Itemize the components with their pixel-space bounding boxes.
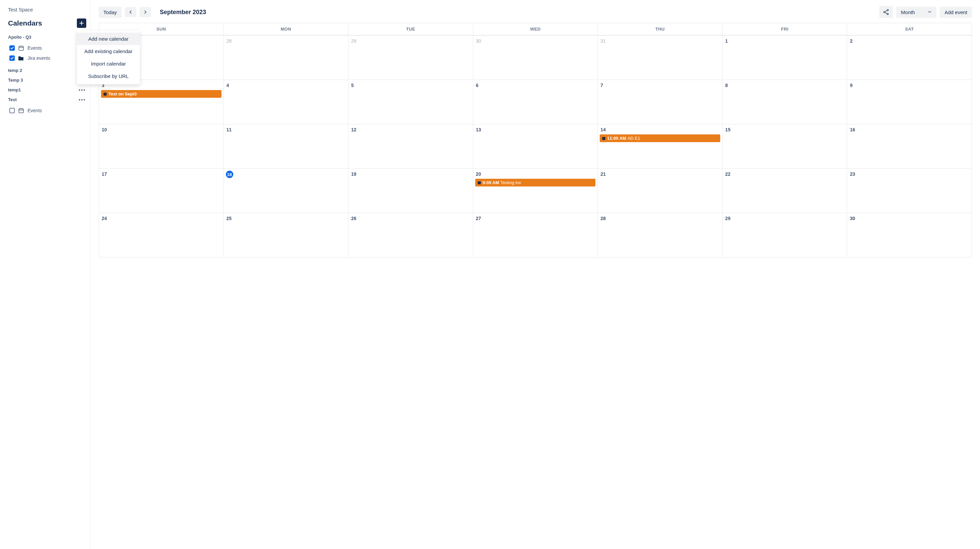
day-cell[interactable]: 7 [598,80,722,124]
view-select[interactable]: Month [896,7,936,18]
event-chip[interactable]: 11:00 AMAD E1 [600,134,720,142]
day-number: 23 [849,171,856,177]
day-number: 13 [475,126,482,133]
day-cell[interactable]: 12 [348,124,473,168]
day-cell[interactable]: 16 [847,124,972,168]
calendar-section-label[interactable]: Apollo - Q3 [8,35,86,40]
calendar-item[interactable]: Events [8,43,86,53]
day-cell[interactable]: 8 [722,80,848,124]
event-chip[interactable]: 9:00 AMTesting inv [475,179,596,187]
svg-rect-20 [603,137,605,138]
day-cell[interactable]: 209:00 AMTesting inv [473,169,598,213]
day-number: 17 [101,171,108,177]
svg-rect-16 [104,93,107,94]
calendar-checkbox[interactable] [10,108,15,113]
plus-icon [79,21,84,26]
day-cell[interactable]: 11 [224,124,349,168]
dropdown-item[interactable]: Subscribe by URL [77,70,140,82]
day-cell[interactable]: 29 [348,36,473,80]
day-number: 1 [725,38,729,44]
day-cell[interactable]: 4 [224,80,349,124]
day-cell[interactable]: 31 [598,36,722,80]
day-cell[interactable]: 15 [722,124,848,168]
day-number: 29 [725,215,731,222]
day-cell[interactable]: 13 [473,124,598,168]
calendar-section-label[interactable]: temp 2 [8,68,86,73]
dropdown-item[interactable]: Add new calendar [77,33,140,45]
day-number: 16 [849,126,856,133]
day-header: TUE [348,23,473,36]
share-icon [883,9,889,16]
day-cell[interactable]: 26 [348,213,473,257]
calendar-item[interactable]: Jira events [8,53,86,63]
day-cell[interactable]: 1411:00 AMAD E1 [598,124,722,168]
day-header: FRI [722,23,848,36]
day-cell[interactable]: 2 [847,36,972,80]
month-title: September 2023 [160,9,206,16]
add-calendar-dropdown: Add new calendarAdd existing calendarImp… [77,30,140,85]
add-event-button[interactable]: Add event [940,7,972,18]
calendar-section-label[interactable]: Test [8,97,86,102]
day-cell[interactable]: 28 [224,36,349,80]
day-cell[interactable]: 5 [348,80,473,124]
day-cell[interactable]: 19 [348,169,473,213]
day-cell[interactable]: 17 [99,169,224,213]
toolbar: Today September 2023 Month Add event [99,0,972,23]
calendar-icon [18,45,24,51]
day-number: 20 [475,171,482,177]
day-cell[interactable]: 10 [99,124,224,168]
more-actions-icon[interactable] [78,98,86,102]
day-number: 30 [475,38,482,44]
calendar-section-label[interactable]: temp1 [8,87,86,93]
dropdown-item[interactable]: Import calendar [77,57,140,70]
day-number: 21 [600,171,606,177]
share-button[interactable] [879,6,893,18]
next-button[interactable] [140,7,151,17]
prev-button[interactable] [125,7,136,17]
svg-rect-2 [19,46,24,50]
calendar-section-label[interactable]: Temp 3 [8,78,86,83]
day-cell[interactable]: 25 [224,213,349,257]
day-number: 28 [600,215,606,222]
day-cell[interactable]: 1 [722,36,848,80]
day-cell[interactable]: 29 [722,213,848,257]
dropdown-item[interactable]: Add existing calendar [77,45,140,57]
more-actions-icon[interactable] [78,88,86,92]
add-calendar-button[interactable]: Add new calendarAdd existing calendarImp… [77,19,86,28]
chevron-down-icon [928,10,932,14]
chevron-left-icon [128,10,133,14]
day-cell[interactable]: 28 [598,213,722,257]
day-number: 14 [600,126,606,133]
day-cell[interactable]: 30 [847,213,972,257]
svg-rect-24 [477,182,480,182]
day-cell[interactable]: 24 [99,213,224,257]
day-number: 18 [226,171,233,178]
day-number: 26 [350,215,357,222]
day-cell[interactable]: 30 [473,36,598,80]
day-number: 24 [101,215,108,222]
day-number: 19 [350,171,357,177]
day-cell[interactable]: 6 [473,80,598,124]
event-chip[interactable]: Test on Sept3 [101,90,221,98]
calendar-item[interactable]: Events [8,105,86,116]
day-cell[interactable]: 27 [473,213,598,257]
calendar-checkbox[interactable] [10,56,15,61]
day-number: 9 [849,82,853,89]
day-cell[interactable]: 22 [722,169,848,213]
breadcrumb[interactable]: Test Space [8,7,86,13]
day-cell[interactable]: 21 [598,169,722,213]
chevron-right-icon [143,10,148,14]
day-header: THU [598,23,722,36]
day-cell[interactable]: 3Test on Sept3 [99,80,224,124]
day-header: SAT [847,23,972,36]
day-cell[interactable]: 18 [224,169,349,213]
svg-point-12 [887,13,888,15]
day-number: 11 [226,126,232,133]
view-select-label: Month [901,10,915,15]
day-cell[interactable]: 9 [847,80,972,124]
svg-rect-1 [80,23,84,24]
calendar-checkbox[interactable] [10,45,15,51]
day-cell[interactable]: 23 [847,169,972,213]
day-number: 31 [600,38,606,44]
today-button[interactable]: Today [99,7,121,18]
